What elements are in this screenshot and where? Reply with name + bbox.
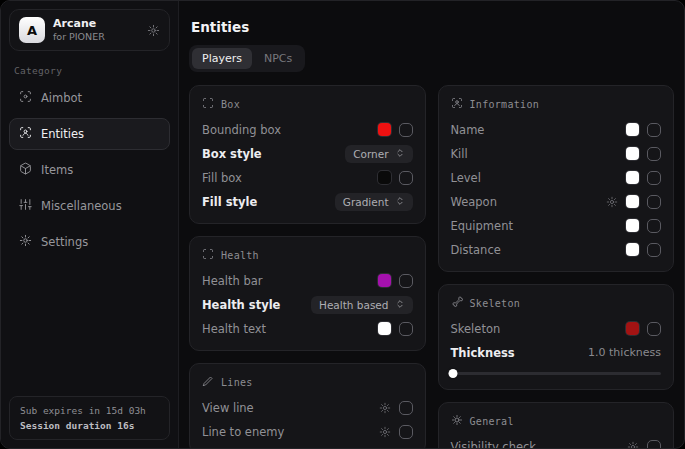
box-panel: Box Bounding box Box style Corner (189, 85, 426, 224)
color-swatch[interactable] (378, 171, 391, 184)
setting-label: Thickness (451, 346, 515, 360)
panel-title: Skeleton (470, 298, 521, 309)
session-duration-text: Session duration 16s (20, 420, 159, 431)
box-style-dropdown[interactable]: Corner (345, 145, 412, 163)
checkbox[interactable] (399, 322, 413, 336)
gear-icon (19, 234, 32, 250)
setting-label: Box style (202, 147, 262, 161)
checkbox[interactable] (647, 195, 661, 209)
checkbox[interactable] (399, 171, 413, 185)
health-style-dropdown[interactable]: Health based (311, 296, 413, 314)
sidebar-item-miscellaneous[interactable]: Miscellaneous (9, 190, 170, 222)
checkbox[interactable] (647, 322, 661, 336)
color-swatch[interactable] (626, 123, 639, 136)
setting-label: Health text (202, 322, 266, 336)
sidebar-item-settings[interactable]: Settings (9, 226, 170, 258)
subscription-info-card: Sub expires in 15d 03h Session duration … (9, 396, 170, 440)
category-label: Category (14, 65, 178, 76)
checkbox[interactable] (399, 425, 413, 439)
chevrons-up-down-icon (395, 299, 405, 311)
user-scan-icon (19, 126, 32, 142)
gear-icon[interactable] (606, 196, 618, 208)
color-swatch[interactable] (378, 322, 391, 335)
panel-title: Lines (221, 377, 253, 388)
checkbox[interactable] (399, 123, 413, 137)
checkbox[interactable] (399, 401, 413, 415)
thickness-slider[interactable] (451, 369, 662, 378)
color-swatch[interactable] (626, 243, 639, 256)
setting-row: Skeleton (451, 318, 662, 339)
color-swatch[interactable] (626, 195, 639, 208)
fill-style-dropdown[interactable]: Gradient (335, 193, 413, 211)
crosshair-scan-icon (19, 90, 32, 106)
sidebar-item-label: Aimbot (41, 91, 82, 105)
user-scan-icon (451, 97, 463, 111)
setting-label: Health style (202, 298, 280, 312)
gear-icon[interactable] (379, 402, 391, 414)
sidebar-item-label: Items (41, 163, 73, 177)
setting-row: Fill style Gradient (202, 191, 413, 212)
sidebar-item-aimbot[interactable]: Aimbot (9, 82, 170, 114)
chevrons-up-down-icon (395, 148, 405, 160)
app-subtitle: for PIONER (53, 31, 105, 43)
dropdown-value: Health based (319, 299, 389, 311)
setting-row: Level (451, 167, 662, 188)
color-swatch[interactable] (626, 219, 639, 232)
setting-label: Line to enemy (202, 425, 284, 439)
slider-thumb[interactable] (448, 369, 457, 378)
setting-row: Box style Corner (202, 143, 413, 164)
setting-row: Equipment (451, 215, 662, 236)
panel-title: Health (221, 250, 259, 261)
panel-title: Information (470, 99, 540, 110)
health-panel: Health Health bar Health style Health ba… (189, 236, 426, 351)
slider-track[interactable] (451, 372, 662, 375)
checkbox[interactable] (647, 243, 661, 257)
color-swatch[interactable] (626, 171, 639, 184)
setting-label: Fill style (202, 195, 257, 209)
setting-row: Distance (451, 239, 662, 260)
sidebar-item-items[interactable]: Items (9, 154, 170, 186)
checkbox[interactable] (647, 147, 661, 161)
package-icon (19, 162, 32, 178)
general-panel: General Visibility check Max distance 50… (438, 402, 675, 448)
checkbox[interactable] (399, 274, 413, 288)
checkbox[interactable] (647, 440, 661, 449)
tab-players[interactable]: Players (192, 48, 252, 69)
setting-label: Visibility check (451, 440, 537, 449)
slider-value: 1.0 thickness (588, 346, 661, 359)
setting-label: Level (451, 171, 481, 185)
setting-row: Name (451, 119, 662, 140)
sub-expires-text: Sub expires in 15d 03h (20, 405, 159, 416)
setting-label: Kill (451, 147, 468, 161)
gear-icon[interactable] (379, 426, 391, 438)
checkbox[interactable] (647, 219, 661, 233)
setting-label: Name (451, 123, 485, 137)
gear-icon[interactable] (147, 24, 160, 37)
dropdown-value: Gradient (343, 196, 389, 208)
setting-row: Kill (451, 143, 662, 164)
setting-row: Line to enemy (202, 421, 413, 442)
checkbox[interactable] (647, 171, 661, 185)
sidebar-nav: Aimbot Entities Items Miscellaneous Sett… (1, 82, 178, 258)
logo-card: A Arcane for PIONER (9, 9, 170, 51)
sidebar-item-entities[interactable]: Entities (9, 118, 170, 150)
color-swatch[interactable] (626, 322, 639, 335)
setting-row: Health bar (202, 270, 413, 291)
color-swatch[interactable] (378, 274, 391, 287)
gear-icon[interactable] (627, 441, 639, 449)
setting-row: Thickness 1.0 thickness (451, 342, 662, 363)
color-swatch[interactable] (626, 147, 639, 160)
setting-row: Fill box (202, 167, 413, 188)
page-title: Entities (191, 19, 674, 35)
setting-row: Visibility check (451, 436, 662, 448)
setting-label: Bounding box (202, 123, 281, 137)
dropdown-value: Corner (353, 148, 388, 160)
corner-brackets-icon (202, 248, 214, 262)
color-swatch[interactable] (378, 123, 391, 136)
setting-label: Distance (451, 243, 501, 257)
information-panel: Information Name Kill (438, 85, 675, 272)
setting-label: Weapon (451, 195, 497, 209)
tab-npcs[interactable]: NPCs (254, 48, 302, 69)
skeleton-panel: Skeleton Skeleton Thickness 1.0 thicknes… (438, 284, 675, 390)
checkbox[interactable] (647, 123, 661, 137)
